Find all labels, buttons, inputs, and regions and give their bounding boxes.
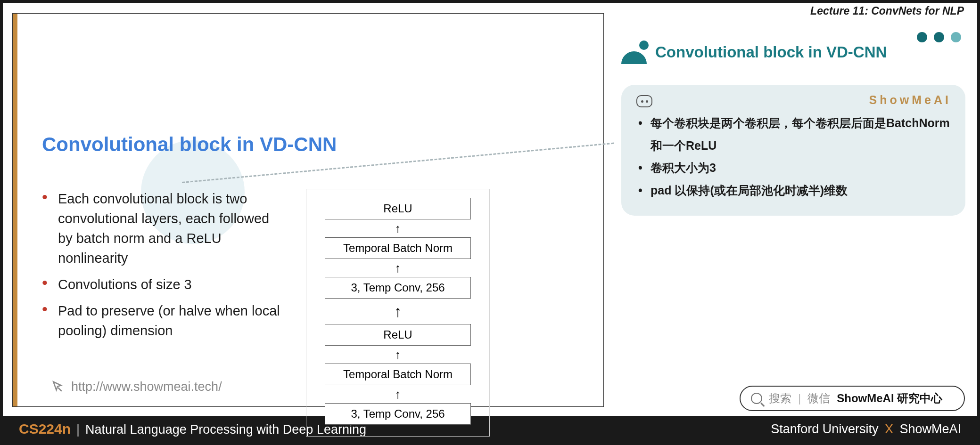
slide-content: Each convolutional block is two convolut… xyxy=(42,189,585,437)
note-list: 每个卷积块是两个卷积层，每个卷积层后面是BatchNorm和一个ReLU 卷积大… xyxy=(636,112,950,202)
search-channel: 微信 xyxy=(807,391,830,406)
robot-icon xyxy=(636,95,652,107)
diagram-box: 3, Temp Conv, 256 xyxy=(325,277,471,299)
diagram-box: 3, Temp Conv, 256 xyxy=(325,403,471,425)
slide-card: Convolutional block in VD-CNN Each convo… xyxy=(12,13,604,407)
note-item: pad 以保持(或在局部池化时减半)维数 xyxy=(636,179,950,202)
bullet-item: Pad to preserve (or halve when local poo… xyxy=(42,301,287,340)
search-action: 搜索 xyxy=(769,391,791,406)
diagram-box: Temporal Batch Norm xyxy=(325,237,471,259)
note-card: ShowMeAI 每个卷积块是两个卷积层，每个卷积层后面是BatchNorm和一… xyxy=(621,85,965,216)
up-arrow-icon: ↑ xyxy=(395,222,401,235)
logo-icon xyxy=(621,40,647,64)
slide-accent-bar xyxy=(13,14,17,406)
up-arrow-icon: ↑ xyxy=(395,388,401,400)
up-arrow-icon: ↑ xyxy=(394,303,402,319)
brand-watermark: ShowMeAI xyxy=(869,93,951,107)
footer-right: Stanford University X ShowMeAI xyxy=(771,422,961,437)
cursor-icon xyxy=(50,380,65,394)
diagram-box: ReLU xyxy=(325,324,471,346)
diagram-box: ReLU xyxy=(325,198,471,219)
org-name: Stanford University xyxy=(771,422,878,436)
slide-bullets: Each convolutional block is two convolut… xyxy=(42,189,287,437)
block-diagram: ReLU ↑ Temporal Batch Norm ↑ 3, Temp Con… xyxy=(306,189,490,437)
up-arrow-icon: ↑ xyxy=(395,262,401,274)
x-separator: X xyxy=(885,422,893,436)
collab-name: ShowMeAI xyxy=(899,422,961,436)
bullet-item: Convolutions of size 3 xyxy=(42,275,287,294)
up-arrow-icon: ↑ xyxy=(395,348,401,361)
note-item: 卷积大小为3 xyxy=(636,157,950,179)
search-callout[interactable]: 搜索 | 微信 ShowMeAI 研究中心 xyxy=(740,386,965,411)
annotation-panel: Convolutional block in VD-CNN ShowMeAI 每… xyxy=(621,40,965,216)
search-icon xyxy=(751,393,762,404)
separator: | xyxy=(798,392,801,405)
lecture-label: Lecture 11: ConvNets for NLP xyxy=(797,3,977,20)
source-url: http://www.showmeai.tech/ xyxy=(71,380,222,394)
annotation-title: Convolutional block in VD-CNN xyxy=(655,43,887,61)
page: Lecture 11: ConvNets for NLP Convolution… xyxy=(0,0,980,445)
note-item: 每个卷积块是两个卷积层，每个卷积层后面是BatchNorm和一个ReLU xyxy=(636,112,950,157)
annotation-header: Convolutional block in VD-CNN xyxy=(621,40,965,64)
source-link[interactable]: http://www.showmeai.tech/ xyxy=(50,380,222,394)
search-target: ShowMeAI 研究中心 xyxy=(837,391,942,406)
bullet-item: Each convolutional block is two convolut… xyxy=(42,189,287,268)
diagram-box: Temporal Batch Norm xyxy=(325,364,471,385)
